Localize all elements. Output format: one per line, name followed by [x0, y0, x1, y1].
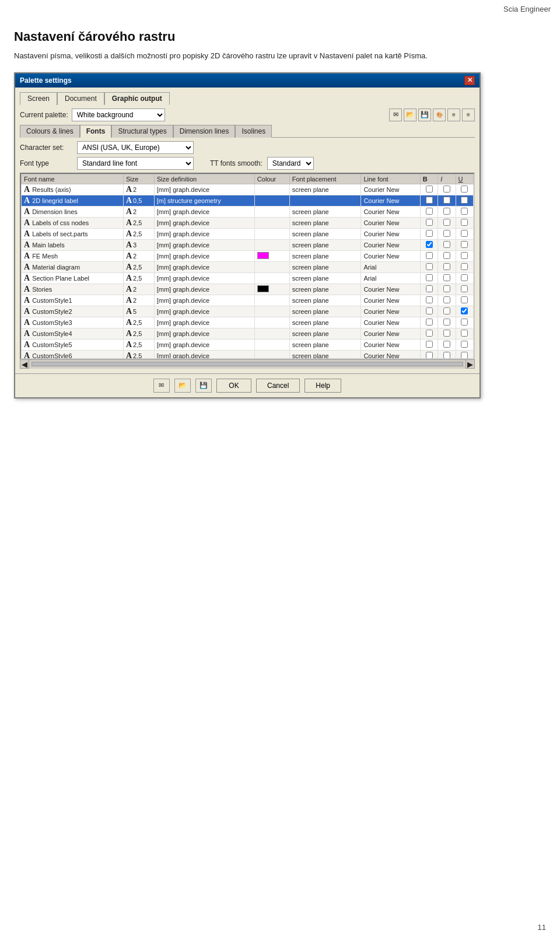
- bold-checkbox[interactable]: [426, 219, 433, 226]
- tt-fonts-select[interactable]: Standard: [267, 157, 314, 170]
- table-row[interactable]: ACustomStyle2A5[mm] graph.devicescreen p…: [22, 306, 474, 317]
- underline-checkbox[interactable]: [461, 252, 468, 259]
- italic-checkbox[interactable]: [443, 230, 450, 237]
- tab-screen[interactable]: Screen: [20, 92, 57, 105]
- font-table-scroll[interactable]: Font name Size Size definition Colour Fo…: [20, 173, 475, 359]
- tab-fonts[interactable]: Fonts: [80, 125, 112, 138]
- cell-bold[interactable]: [420, 261, 438, 272]
- italic-checkbox[interactable]: [443, 285, 450, 292]
- underline-checkbox[interactable]: [461, 208, 468, 215]
- tab-colours-lines[interactable]: Colours & lines: [20, 125, 80, 138]
- palette-select[interactable]: White background: [72, 109, 165, 121]
- cell-bold[interactable]: [420, 184, 438, 195]
- cell-underline[interactable]: [456, 295, 473, 306]
- table-row[interactable]: ALabels of css nodesA2,5[mm] graph.devic…: [22, 217, 474, 228]
- cell-underline[interactable]: [456, 261, 473, 272]
- cell-bold[interactable]: [420, 350, 438, 359]
- palette-icon-btn-1[interactable]: 🎨: [433, 109, 446, 121]
- underline-checkbox[interactable]: [461, 263, 468, 270]
- cell-underline[interactable]: [456, 184, 473, 195]
- cell-bold[interactable]: [420, 206, 438, 217]
- italic-checkbox[interactable]: [443, 307, 450, 314]
- underline-checkbox[interactable]: [461, 285, 468, 292]
- cell-italic[interactable]: [438, 317, 456, 328]
- italic-checkbox[interactable]: [443, 186, 450, 193]
- underline-checkbox[interactable]: [461, 274, 468, 281]
- italic-checkbox[interactable]: [443, 197, 450, 204]
- tab-graphic-output[interactable]: Graphic output: [104, 92, 170, 105]
- table-row[interactable]: ADimension linesA2[mm] graph.devicescree…: [22, 206, 474, 217]
- charset-select[interactable]: ANSI (USA, UK, Europe): [77, 141, 194, 154]
- cell-underline[interactable]: [456, 272, 473, 284]
- cell-bold[interactable]: [420, 306, 438, 317]
- underline-checkbox[interactable]: [461, 219, 468, 226]
- table-row[interactable]: AStoriesA2[mm] graph.devicescreen planeC…: [22, 284, 474, 295]
- bold-checkbox[interactable]: [426, 197, 433, 204]
- cell-underline[interactable]: [456, 317, 473, 328]
- underline-checkbox[interactable]: [461, 352, 468, 359]
- cell-underline[interactable]: [456, 228, 473, 239]
- underline-checkbox[interactable]: [461, 230, 468, 237]
- table-row[interactable]: AFE MeshA2[mm] graph.devicescreen planeC…: [22, 250, 474, 261]
- underline-checkbox[interactable]: [461, 241, 468, 248]
- horizontal-scrollbar[interactable]: ◀ ▶: [20, 359, 475, 369]
- tab-structural-types[interactable]: Structural types: [111, 125, 173, 138]
- cell-italic[interactable]: [438, 284, 456, 295]
- table-row[interactable]: A2D linegrid labelA0,5[m] structure geom…: [22, 195, 474, 206]
- bold-checkbox[interactable]: [426, 296, 433, 303]
- italic-checkbox[interactable]: [443, 296, 450, 303]
- underline-checkbox[interactable]: [461, 330, 468, 337]
- table-row[interactable]: AMaterial diagramA2,5[mm] graph.devicesc…: [22, 261, 474, 272]
- tab-dimension-lines[interactable]: Dimension lines: [173, 125, 236, 138]
- table-row[interactable]: ACustomStyle1A2[mm] graph.devicescreen p…: [22, 295, 474, 306]
- bold-checkbox[interactable]: [426, 263, 433, 270]
- cell-italic[interactable]: [438, 350, 456, 359]
- cell-italic[interactable]: [438, 228, 456, 239]
- italic-checkbox[interactable]: [443, 219, 450, 226]
- envelope-icon-btn[interactable]: ✉: [389, 109, 402, 121]
- table-row[interactable]: ACustomStyle4A2,5[mm] graph.devicescreen…: [22, 328, 474, 339]
- cell-bold[interactable]: [420, 239, 438, 250]
- table-row[interactable]: ACustomStyle3A2,5[mm] graph.devicescreen…: [22, 317, 474, 328]
- cell-italic[interactable]: [438, 184, 456, 195]
- cell-underline[interactable]: [456, 339, 473, 350]
- close-button[interactable]: ✕: [464, 76, 475, 85]
- underline-checkbox[interactable]: [461, 307, 468, 314]
- cell-italic[interactable]: [438, 261, 456, 272]
- italic-checkbox[interactable]: [443, 274, 450, 281]
- cell-bold[interactable]: [420, 228, 438, 239]
- cancel-button[interactable]: Cancel: [256, 379, 300, 393]
- italic-checkbox[interactable]: [443, 319, 450, 326]
- italic-checkbox[interactable]: [443, 330, 450, 337]
- cell-underline[interactable]: [456, 239, 473, 250]
- bold-checkbox[interactable]: [426, 341, 433, 348]
- open-folder-icon-btn[interactable]: 📂: [404, 109, 416, 121]
- bold-checkbox[interactable]: [426, 274, 433, 281]
- bold-checkbox[interactable]: [426, 252, 433, 259]
- tab-document[interactable]: Document: [57, 92, 104, 105]
- underline-checkbox[interactable]: [461, 341, 468, 348]
- table-row[interactable]: ASection Plane LabelA2,5[mm] graph.devic…: [22, 272, 474, 284]
- cell-italic[interactable]: [438, 206, 456, 217]
- cell-underline[interactable]: [456, 217, 473, 228]
- help-button[interactable]: Help: [304, 379, 341, 393]
- cell-bold[interactable]: [420, 250, 438, 261]
- bold-checkbox[interactable]: [426, 186, 433, 193]
- cell-italic[interactable]: [438, 306, 456, 317]
- palette-icon-btn-2[interactable]: ≡: [447, 109, 460, 121]
- italic-checkbox[interactable]: [443, 352, 450, 359]
- bold-checkbox[interactable]: [426, 330, 433, 337]
- save-icon-btn[interactable]: 💾: [418, 109, 431, 121]
- cell-underline[interactable]: [456, 284, 473, 295]
- palette-icon-btn-3[interactable]: ≡: [462, 109, 475, 121]
- scroll-left-btn[interactable]: ◀: [20, 359, 29, 369]
- footer-open-icon-btn[interactable]: 📂: [174, 379, 191, 393]
- italic-checkbox[interactable]: [443, 208, 450, 215]
- bold-checkbox[interactable]: [426, 285, 433, 292]
- bold-checkbox[interactable]: [426, 230, 433, 237]
- cell-bold[interactable]: [420, 272, 438, 284]
- italic-checkbox[interactable]: [443, 241, 450, 248]
- table-row[interactable]: ACustomStyle5A2,5[mm] graph.devicescreen…: [22, 339, 474, 350]
- cell-underline[interactable]: [456, 350, 473, 359]
- cell-italic[interactable]: [438, 328, 456, 339]
